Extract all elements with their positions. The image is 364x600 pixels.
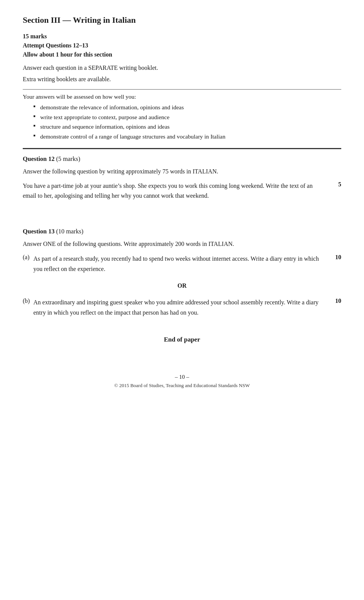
bullet-4: demonstrate control of a range of langua… xyxy=(33,132,341,142)
assessment-block: Your answers will be assessed on how wel… xyxy=(23,93,341,141)
section-title: Section III — Writing in Italian xyxy=(23,15,341,25)
end-of-paper: End of paper xyxy=(23,336,341,343)
bullet-1: demonstrate the relevance of information… xyxy=(33,102,341,112)
page: Section III — Writing in Italian 15 mark… xyxy=(0,0,364,600)
q13-instruction-part1: Answer ONE of the following questions. xyxy=(23,241,122,247)
divider-top xyxy=(23,89,341,90)
sub-b-text: An extraordinary and inspiring guest spe… xyxy=(33,298,332,318)
q13-instruction-part2: Write approximately 200 words in ITALIAN… xyxy=(124,241,234,247)
sub-b-label: (b) xyxy=(23,298,33,304)
q12-body: You have a part-time job at your auntie’… xyxy=(23,181,325,201)
sub-a-text: As part of a research study, you recentl… xyxy=(33,254,332,274)
bullet-3: structure and sequence information, opin… xyxy=(33,122,341,132)
q13-header: Question 13 (10 marks) xyxy=(23,228,341,235)
footer-copyright: © 2015 Board of Studies, Teaching and Ed… xyxy=(23,383,341,389)
question-13: Question 13 (10 marks) Answer ONE of the… xyxy=(23,228,341,318)
sub-a-label: (a) xyxy=(23,254,33,261)
bullet-2: write text appropriate to context, purpo… xyxy=(33,112,341,122)
sub-b-row: (b) An extraordinary and inspiring guest… xyxy=(23,298,341,318)
q12-marks-number: 5 xyxy=(332,181,341,188)
sub-a-marks: 10 xyxy=(332,254,341,261)
q13-marks: (10 marks) xyxy=(56,228,83,235)
q12-header: Question 12 (5 marks) xyxy=(23,155,341,163)
divider-thick xyxy=(23,148,341,149)
q12-instruction: Answer the following question by writing… xyxy=(23,167,341,176)
q12-marks: (5 marks) xyxy=(56,155,80,162)
sub-a-row: (a) As part of a research study, you rec… xyxy=(23,254,341,274)
marks-block: 15 marks Attempt Questions 12–13 Allow a… xyxy=(23,32,341,59)
q13-label: Question 13 xyxy=(23,228,55,235)
allow-line: Allow about 1 hour for this section xyxy=(23,50,341,59)
question-12: Question 12 (5 marks) Answer the followi… xyxy=(23,155,341,204)
page-number: – 10 – xyxy=(23,374,341,380)
sub-question-a: (a) As part of a research study, you rec… xyxy=(23,254,341,274)
sub-b-marks: 10 xyxy=(332,298,341,304)
q12-text: You have a part-time job at your auntie’… xyxy=(23,181,332,204)
sub-question-b: (b) An extraordinary and inspiring guest… xyxy=(23,298,341,318)
q12-label: Question 12 xyxy=(23,155,55,162)
marks-line: 15 marks xyxy=(23,32,341,41)
answer-instruction: Answer each question in a SEPARATE writi… xyxy=(23,63,341,73)
assessment-list: demonstrate the relevance of information… xyxy=(23,102,341,141)
assessment-intro: Your answers will be assessed on how wel… xyxy=(23,93,341,100)
q13-instruction-combined: Answer ONE of the following questions. W… xyxy=(23,239,341,249)
extra-booklets: Extra writing booklets are available. xyxy=(23,74,341,84)
q12-body-row: You have a part-time job at your auntie’… xyxy=(23,181,341,204)
attempt-line: Attempt Questions 12–13 xyxy=(23,41,341,50)
or-divider: OR xyxy=(23,282,341,289)
